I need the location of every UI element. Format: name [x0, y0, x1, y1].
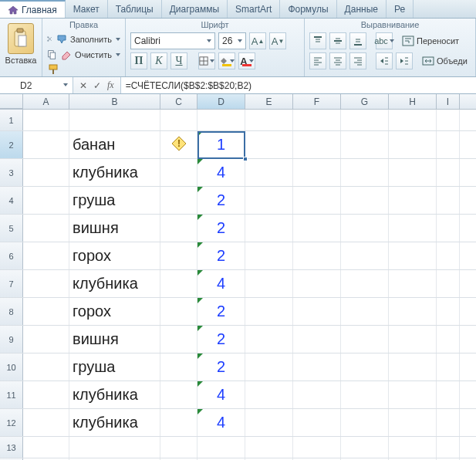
cell[interactable] [293, 326, 341, 353]
cell[interactable] [341, 437, 389, 458]
italic-button[interactable]: К [150, 52, 167, 69]
enter-icon[interactable]: ✓ [93, 80, 101, 91]
cell[interactable] [23, 409, 69, 436]
cell[interactable] [23, 187, 69, 214]
row-header[interactable]: 3 [0, 159, 23, 186]
cell[interactable] [293, 242, 341, 269]
cell[interactable]: ! [160, 131, 197, 158]
wrap-text-button[interactable]: Переносит [402, 35, 459, 47]
underline-button[interactable]: Ч [170, 52, 187, 69]
cell[interactable] [197, 437, 245, 458]
cell[interactable] [437, 409, 460, 436]
cell[interactable] [160, 110, 197, 130]
row-header[interactable]: 8 [0, 298, 23, 325]
row-header[interactable]: 11 [0, 381, 23, 408]
cell[interactable] [341, 298, 389, 325]
align-top-button[interactable] [309, 32, 326, 49]
error-warning-icon[interactable]: ! [171, 136, 187, 151]
font-size-combo[interactable]: 26 [218, 32, 246, 49]
cell[interactable] [245, 409, 293, 436]
cell[interactable] [341, 131, 389, 158]
cell[interactable] [389, 326, 437, 353]
col-header-B[interactable]: B [69, 94, 160, 109]
cell[interactable] [23, 215, 69, 242]
cell[interactable] [437, 187, 460, 214]
cell[interactable] [69, 110, 160, 130]
cell[interactable] [245, 159, 293, 186]
cell[interactable]: 2 [197, 187, 245, 214]
cell[interactable] [437, 381, 460, 408]
cell[interactable] [389, 159, 437, 186]
fill-button[interactable]: Заполнить [56, 33, 120, 46]
cell[interactable] [245, 187, 293, 214]
col-header-E[interactable]: E [245, 94, 293, 109]
cell[interactable] [160, 270, 197, 297]
tab-data[interactable]: Данные [337, 0, 387, 18]
cell[interactable] [160, 409, 197, 436]
cell[interactable] [341, 159, 389, 186]
cell[interactable] [160, 381, 197, 408]
formula-input[interactable]: =СЧЁТЕСЛИ($B$2:$B$20;B2) [121, 77, 476, 93]
cell[interactable] [437, 437, 460, 458]
align-right-button[interactable] [349, 52, 366, 69]
fx-icon[interactable]: fx [107, 79, 114, 91]
copy-icon[interactable] [47, 49, 57, 61]
cell[interactable]: клубника [69, 270, 160, 297]
cell[interactable] [245, 110, 293, 130]
cell[interactable] [437, 326, 460, 353]
cell[interactable] [69, 437, 160, 458]
align-center-button[interactable] [329, 52, 346, 69]
cell[interactable] [245, 437, 293, 458]
col-header-I[interactable]: I [437, 94, 460, 109]
tab-formulas[interactable]: Формулы [280, 0, 336, 18]
name-box[interactable]: D2 [0, 77, 73, 93]
cell[interactable] [341, 242, 389, 269]
bold-button[interactable]: П [130, 52, 147, 69]
cell[interactable] [437, 110, 460, 130]
cell[interactable] [197, 110, 245, 130]
col-header-A[interactable]: A [23, 94, 69, 109]
tab-tables[interactable]: Таблицы [108, 0, 162, 18]
cell[interactable] [437, 159, 460, 186]
tab-layout[interactable]: Макет [66, 0, 108, 18]
cell[interactable] [245, 353, 293, 381]
row-header[interactable]: 10 [0, 353, 23, 381]
align-middle-button[interactable] [329, 32, 346, 49]
font-color-button[interactable]: A [238, 52, 255, 69]
cell[interactable] [245, 326, 293, 353]
decrease-indent-button[interactable] [376, 52, 393, 69]
tab-smartart[interactable]: SmartArt [228, 0, 280, 18]
cell[interactable] [293, 270, 341, 297]
cell[interactable]: 2 [197, 242, 245, 269]
cell[interactable] [389, 270, 437, 297]
cell[interactable] [245, 242, 293, 269]
cell[interactable] [341, 381, 389, 408]
cell[interactable] [389, 131, 437, 158]
cell[interactable] [160, 298, 197, 325]
cell[interactable] [389, 353, 437, 381]
cell[interactable] [437, 242, 460, 269]
cell[interactable] [341, 187, 389, 214]
cell[interactable]: клубника [69, 409, 160, 436]
cell[interactable] [341, 215, 389, 242]
cell[interactable] [160, 437, 197, 458]
cell[interactable] [23, 159, 69, 186]
cell[interactable] [23, 437, 69, 458]
cell[interactable] [293, 437, 341, 458]
cell[interactable] [23, 110, 69, 130]
select-all-corner[interactable] [0, 94, 23, 109]
cell[interactable] [293, 159, 341, 186]
cell[interactable] [293, 409, 341, 436]
cell[interactable] [293, 381, 341, 408]
cell[interactable] [389, 381, 437, 408]
tab-charts[interactable]: Диаграммы [162, 0, 228, 18]
row-header[interactable]: 1 [0, 110, 23, 130]
row-header[interactable]: 9 [0, 326, 23, 353]
cell[interactable] [389, 187, 437, 214]
row-header[interactable]: 4 [0, 187, 23, 214]
increase-indent-button[interactable] [396, 52, 413, 69]
cell[interactable]: 1 [197, 131, 245, 158]
scissors-icon[interactable] [47, 33, 52, 46]
cell[interactable] [341, 409, 389, 436]
align-left-button[interactable] [309, 52, 326, 69]
